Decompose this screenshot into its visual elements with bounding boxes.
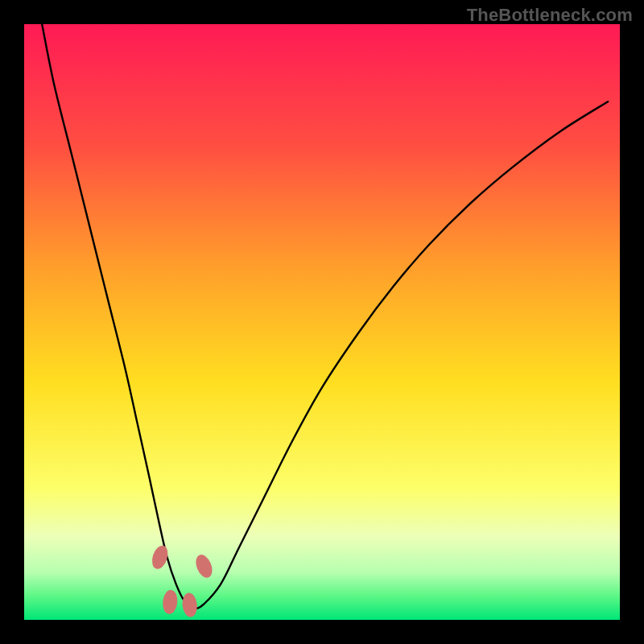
watermark-label: TheBottleneck.com — [467, 5, 633, 26]
chart-svg — [24, 24, 620, 620]
plot-area — [24, 24, 620, 620]
chart-frame: TheBottleneck.com — [0, 0, 644, 644]
